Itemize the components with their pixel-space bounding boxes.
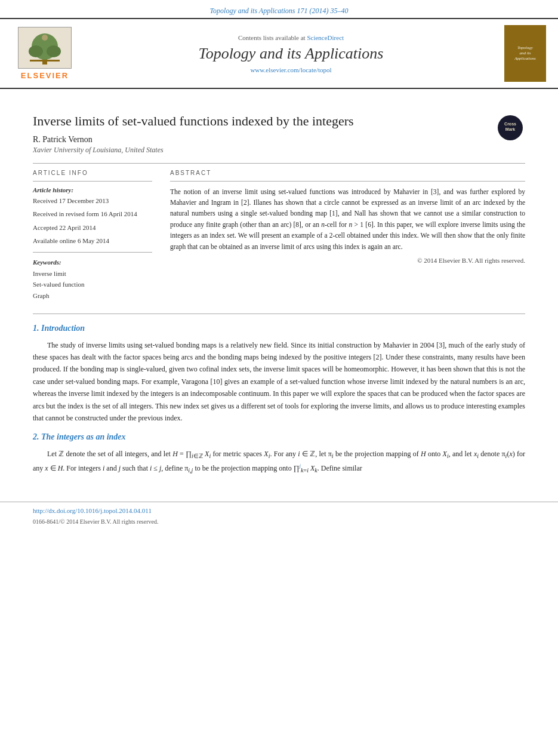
elsevier-tree-image (18, 27, 72, 69)
page: Topology and its Applications 171 (2014)… (0, 0, 558, 756)
info-abstract-columns: ARTICLE INFO Article history: Received 1… (33, 170, 525, 302)
svg-point-3 (29, 45, 43, 57)
sciencedirect-link[interactable]: ScienceDirect (307, 34, 344, 41)
author-affiliation: Xavier University of Louisiana, United S… (33, 146, 525, 155)
journal-thumb-title: Topologyand itsApplications (514, 45, 535, 62)
elsevier-logo: ELSEVIER (12, 27, 78, 80)
keyword-3: Graph (33, 290, 152, 302)
crossmark-badge: Cross Mark (495, 113, 525, 143)
section-1: 1. Introduction The study of inverse lim… (33, 324, 525, 425)
article-title: Inverse limits of set-valued functions i… (33, 113, 525, 130)
abstract-text: The notion of an inverse limit using set… (170, 186, 525, 252)
doi-link[interactable]: http://dx.doi.org/10.1016/j.topol.2014.0… (33, 507, 525, 514)
article-info-column: ARTICLE INFO Article history: Received 1… (33, 170, 152, 302)
keyword-1: Inverse limit (33, 268, 152, 279)
footer: http://dx.doi.org/10.1016/j.topol.2014.0… (0, 502, 558, 532)
abstract-column: ABSTRACT The notion of an inverse limit … (170, 170, 525, 302)
title-row: Inverse limits of set-valued functions i… (33, 113, 525, 130)
main-content: Inverse limits of set-valued functions i… (0, 89, 558, 496)
journal-url[interactable]: www.elsevier.com/locate/topol (84, 66, 498, 73)
section-1-heading: 1. Introduction (33, 324, 525, 333)
section-divider-abstract (170, 181, 525, 182)
received-2: Received in revised form 16 April 2014 (33, 209, 152, 219)
history-label: Article history: (33, 186, 152, 193)
author-name: R. Patrick Vernon (33, 135, 525, 145)
svg-rect-5 (30, 60, 60, 62)
abstract-label: ABSTRACT (170, 170, 525, 176)
journal-title-header: Topology and its Applications (84, 45, 498, 63)
divider-keywords (33, 252, 152, 253)
copyright: © 2014 Elsevier B.V. All rights reserved… (170, 257, 525, 264)
accepted-date: Accepted 22 April 2014 (33, 223, 152, 233)
article-info-label: ARTICLE INFO (33, 170, 152, 176)
top-bar: Topology and its Applications 171 (2014)… (0, 0, 558, 19)
elsevier-wordmark: ELSEVIER (21, 71, 69, 80)
section-2: 2. The integers as an index Let ℤ denote… (33, 432, 525, 475)
keywords-label: Keywords: (33, 259, 152, 266)
divider-1 (33, 163, 525, 164)
svg-text:Cross: Cross (504, 122, 516, 126)
svg-point-6 (42, 35, 48, 41)
crossmark-icon: Cross Mark (498, 115, 523, 140)
contents-line: Contents lists available at ScienceDirec… (84, 34, 498, 41)
available-online: Available online 6 May 2014 (33, 236, 152, 246)
svg-point-4 (47, 45, 61, 57)
svg-text:Mark: Mark (505, 127, 515, 131)
section-divider-info (33, 181, 152, 182)
journal-thumbnail: Topologyand itsApplications (504, 25, 546, 82)
keyword-2: Set-valued function (33, 279, 152, 290)
section-1-para-1: The study of inverse limits using set-va… (33, 339, 525, 425)
section-2-para-1: Let ℤ denote the set of all integers, an… (33, 448, 525, 475)
journal-reference: Topology and its Applications 171 (2014)… (209, 7, 348, 15)
section-2-heading: 2. The integers as an index (33, 432, 525, 442)
journal-header: ELSEVIER Contents lists available at Sci… (0, 19, 558, 89)
divider-sections (33, 314, 525, 314)
issn-text: 0166-8641/© 2014 Elsevier B.V. All right… (33, 518, 158, 525)
received-1: Received 17 December 2013 (33, 196, 152, 206)
journal-center: Contents lists available at ScienceDirec… (84, 34, 498, 73)
